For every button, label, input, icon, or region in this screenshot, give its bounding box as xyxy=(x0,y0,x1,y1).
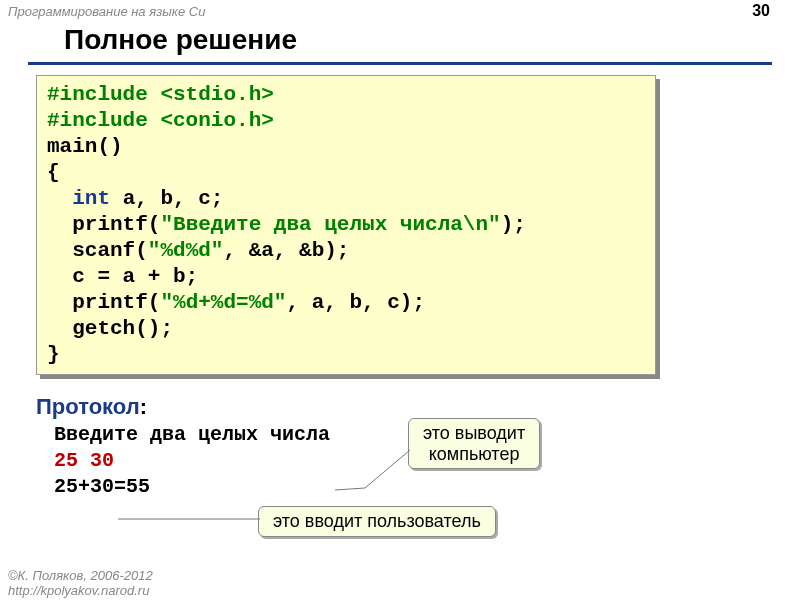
code-line: a, b, c; xyxy=(110,187,223,210)
code-line: main() xyxy=(47,135,123,158)
page-number: 30 xyxy=(752,2,770,20)
code-line: ); xyxy=(501,213,526,236)
protocol-output: 25+30=55 xyxy=(54,474,800,500)
code-line: c = a + b; xyxy=(47,265,198,288)
code-keyword: int xyxy=(72,187,110,210)
code-line: , a, b, c); xyxy=(286,291,425,314)
header-bar: Программирование на языке Си 30 xyxy=(0,0,800,22)
code-line: printf( xyxy=(47,291,160,314)
footer: ©К. Поляков, 2006-2012 http://kpolyakov.… xyxy=(8,569,153,598)
footer-copyright: ©К. Поляков, 2006-2012 xyxy=(8,569,153,583)
protocol-label: Протокол: xyxy=(36,394,147,419)
code-block: #include <stdio.h> #include <conio.h> ma… xyxy=(36,75,656,375)
code-line: , &a, &b); xyxy=(223,239,349,262)
code-line xyxy=(47,187,72,210)
code-line: { xyxy=(47,161,60,184)
code-line: printf( xyxy=(47,213,160,236)
code-line: } xyxy=(47,343,60,366)
code-line: #include <conio.h> xyxy=(47,109,274,132)
code-string: "%d%d" xyxy=(148,239,224,262)
course-label: Программирование на языке Си xyxy=(8,4,205,19)
callout-user: это вводит пользователь xyxy=(258,506,496,537)
code-line: scanf( xyxy=(47,239,148,262)
code-line: getch(); xyxy=(47,317,173,340)
footer-url: http://kpolyakov.narod.ru xyxy=(8,584,153,598)
callout-computer: это выводит компьютер xyxy=(408,418,540,469)
code-string: "Введите два целых числа\n" xyxy=(160,213,500,236)
slide-title: Полное решение xyxy=(28,22,772,65)
code-line: #include <stdio.h> xyxy=(47,83,274,106)
callout-connector xyxy=(118,513,263,525)
code-string: "%d+%d=%d" xyxy=(160,291,286,314)
